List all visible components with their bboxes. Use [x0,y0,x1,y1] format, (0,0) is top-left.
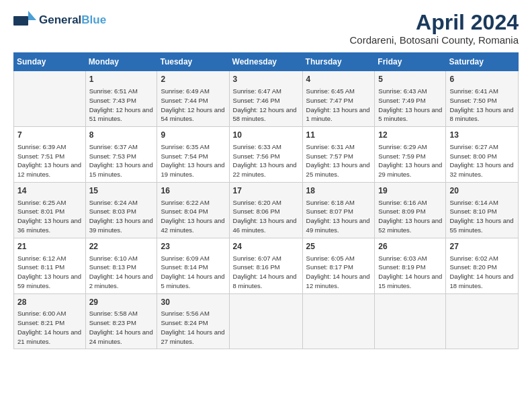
calendar-cell: 3Sunrise: 6:47 AMSunset: 7:46 PMDaylight… [229,71,302,127]
calendar-cell: 20Sunrise: 6:14 AMSunset: 8:10 PMDayligh… [446,182,519,238]
day-number: 22 [89,241,154,253]
day-number: 12 [378,130,442,141]
calendar-cell: 17Sunrise: 6:20 AMSunset: 8:06 PMDayligh… [229,182,302,238]
day-number: 6 [449,74,515,85]
calendar-cell: 8Sunrise: 6:37 AMSunset: 7:53 PMDaylight… [85,127,157,183]
calendar-cell: 28Sunrise: 6:00 AMSunset: 8:21 PMDayligh… [14,293,86,349]
calendar-cell: 7Sunrise: 6:39 AMSunset: 7:51 PMDaylight… [14,127,86,183]
day-number: 16 [161,185,225,197]
day-number: 14 [17,185,82,197]
day-number: 27 [449,241,515,253]
day-number: 30 [161,297,225,308]
calendar-cell [229,293,302,349]
calendar-cell: 12Sunrise: 6:29 AMSunset: 7:59 PMDayligh… [375,127,446,183]
calendar-week-row: 7Sunrise: 6:39 AMSunset: 7:51 PMDaylight… [14,127,519,183]
calendar-cell: 5Sunrise: 6:43 AMSunset: 7:49 PMDaylight… [375,71,446,127]
calendar-cell: 16Sunrise: 6:22 AMSunset: 8:04 PMDayligh… [157,182,229,238]
calendar-table: SundayMondayTuesdayWednesdayThursdayFrid… [13,52,519,349]
day-number: 29 [89,297,154,308]
page-subtitle: Cordareni, Botosani County, Romania [349,34,519,46]
calendar-cell [375,293,446,349]
calendar-week-row: 1Sunrise: 6:51 AMSunset: 7:43 PMDaylight… [14,71,519,127]
title-block: April 2024 Cordareni, Botosani County, R… [349,11,519,46]
calendar-cell: 19Sunrise: 6:16 AMSunset: 8:09 PMDayligh… [375,182,446,238]
calendar-cell: 18Sunrise: 6:18 AMSunset: 8:07 PMDayligh… [302,182,375,238]
page-title: April 2024 [349,11,519,34]
calendar-header-row: SundayMondayTuesdayWednesdayThursdayFrid… [14,53,519,71]
calendar-weekday-saturday: Saturday [446,53,519,71]
calendar-weekday-sunday: Sunday [14,53,86,71]
calendar-cell: 24Sunrise: 6:07 AMSunset: 8:16 PMDayligh… [229,238,302,293]
svg-rect-0 [13,16,28,26]
cell-info: Sunrise: 6:35 AMSunset: 7:54 PMDaylight:… [161,142,225,179]
cell-info: Sunrise: 6:45 AMSunset: 7:47 PMDaylight:… [306,87,371,124]
cell-info: Sunrise: 6:00 AMSunset: 8:21 PMDaylight:… [17,309,82,346]
cell-info: Sunrise: 6:22 AMSunset: 8:04 PMDaylight:… [161,198,225,235]
calendar-weekday-thursday: Thursday [302,53,375,71]
logo-text: GeneralBlue [39,14,106,27]
calendar-week-row: 14Sunrise: 6:25 AMSunset: 8:01 PMDayligh… [14,182,519,238]
page-container: GeneralBlue April 2024 Cordareni, Botosa… [0,0,532,411]
calendar-cell [446,293,519,349]
day-number: 1 [89,74,154,85]
cell-info: Sunrise: 6:25 AMSunset: 8:01 PMDaylight:… [17,198,82,235]
calendar-week-row: 28Sunrise: 6:00 AMSunset: 8:21 PMDayligh… [14,293,519,349]
day-number: 19 [378,185,442,197]
svg-marker-1 [28,11,36,20]
cell-info: Sunrise: 6:10 AMSunset: 8:13 PMDaylight:… [89,254,154,291]
cell-info: Sunrise: 6:16 AMSunset: 8:09 PMDaylight:… [378,198,442,235]
logo-icon [13,11,36,30]
calendar-cell: 13Sunrise: 6:27 AMSunset: 8:00 PMDayligh… [446,127,519,183]
calendar-cell: 29Sunrise: 5:58 AMSunset: 8:23 PMDayligh… [85,293,157,349]
cell-info: Sunrise: 6:29 AMSunset: 7:59 PMDaylight:… [378,142,442,179]
day-number: 13 [449,130,515,141]
cell-info: Sunrise: 6:14 AMSunset: 8:10 PMDaylight:… [449,198,515,235]
day-number: 9 [161,130,225,141]
cell-info: Sunrise: 6:51 AMSunset: 7:43 PMDaylight:… [89,87,154,124]
day-number: 26 [378,241,442,253]
cell-info: Sunrise: 6:07 AMSunset: 8:16 PMDaylight:… [233,254,299,291]
cell-info: Sunrise: 6:24 AMSunset: 8:03 PMDaylight:… [89,198,154,235]
logo: GeneralBlue [13,11,106,30]
calendar-cell [302,293,375,349]
cell-info: Sunrise: 6:43 AMSunset: 7:49 PMDaylight:… [378,87,442,124]
calendar-cell: 27Sunrise: 6:02 AMSunset: 8:20 PMDayligh… [446,238,519,293]
calendar-weekday-friday: Friday [375,53,446,71]
calendar-cell: 30Sunrise: 5:56 AMSunset: 8:24 PMDayligh… [157,293,229,349]
day-number: 17 [233,185,299,197]
cell-info: Sunrise: 6:31 AMSunset: 7:57 PMDaylight:… [306,142,371,179]
calendar-cell: 25Sunrise: 6:05 AMSunset: 8:17 PMDayligh… [302,238,375,293]
cell-info: Sunrise: 6:37 AMSunset: 7:53 PMDaylight:… [89,142,154,179]
cell-info: Sunrise: 6:49 AMSunset: 7:44 PMDaylight:… [161,87,225,124]
cell-info: Sunrise: 6:09 AMSunset: 8:14 PMDaylight:… [161,254,225,291]
calendar-cell: 15Sunrise: 6:24 AMSunset: 8:03 PMDayligh… [85,182,157,238]
calendar-weekday-wednesday: Wednesday [229,53,302,71]
cell-info: Sunrise: 6:03 AMSunset: 8:19 PMDaylight:… [378,254,442,291]
day-number: 21 [17,241,82,253]
day-number: 28 [17,297,82,308]
day-number: 18 [306,185,371,197]
calendar-cell: 10Sunrise: 6:33 AMSunset: 7:56 PMDayligh… [229,127,302,183]
day-number: 2 [161,74,225,85]
day-number: 5 [378,74,442,85]
page-header: GeneralBlue April 2024 Cordareni, Botosa… [13,11,519,46]
calendar-cell: 21Sunrise: 6:12 AMSunset: 8:11 PMDayligh… [14,238,86,293]
calendar-cell: 1Sunrise: 6:51 AMSunset: 7:43 PMDaylight… [85,71,157,127]
calendar-cell: 23Sunrise: 6:09 AMSunset: 8:14 PMDayligh… [157,238,229,293]
cell-info: Sunrise: 5:58 AMSunset: 8:23 PMDaylight:… [89,309,154,346]
calendar-cell: 9Sunrise: 6:35 AMSunset: 7:54 PMDaylight… [157,127,229,183]
cell-info: Sunrise: 6:41 AMSunset: 7:50 PMDaylight:… [449,87,515,124]
calendar-cell: 22Sunrise: 6:10 AMSunset: 8:13 PMDayligh… [85,238,157,293]
cell-info: Sunrise: 6:12 AMSunset: 8:11 PMDaylight:… [17,254,82,291]
day-number: 24 [233,241,299,253]
cell-info: Sunrise: 6:39 AMSunset: 7:51 PMDaylight:… [17,142,82,179]
cell-info: Sunrise: 5:56 AMSunset: 8:24 PMDaylight:… [161,309,225,346]
calendar-cell: 4Sunrise: 6:45 AMSunset: 7:47 PMDaylight… [302,71,375,127]
day-number: 4 [306,74,371,85]
day-number: 25 [306,241,371,253]
cell-info: Sunrise: 6:27 AMSunset: 8:00 PMDaylight:… [449,142,515,179]
calendar-cell [14,71,86,127]
day-number: 11 [306,130,371,141]
cell-info: Sunrise: 6:05 AMSunset: 8:17 PMDaylight:… [306,254,371,291]
calendar-cell: 14Sunrise: 6:25 AMSunset: 8:01 PMDayligh… [14,182,86,238]
